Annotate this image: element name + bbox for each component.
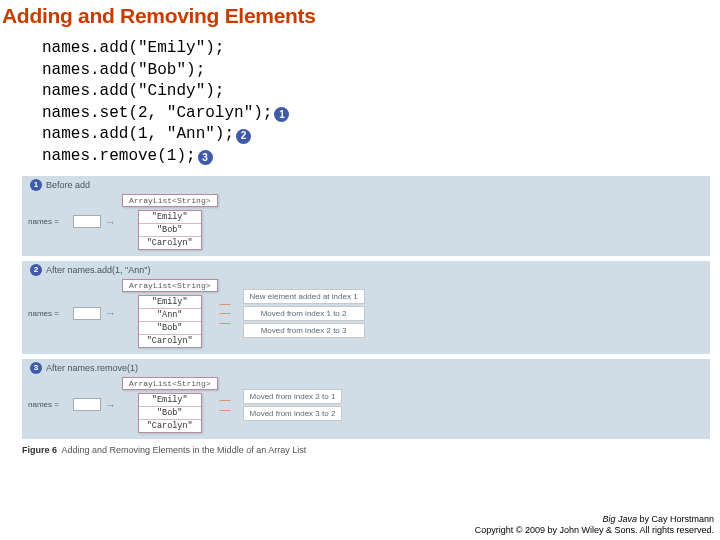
list-item: "Carolyn" <box>139 420 201 432</box>
code-line-1: names.add("Emily"); <box>42 38 720 60</box>
list-item: "Bob" <box>139 407 201 420</box>
note-box: New element added at index 1 <box>243 289 365 304</box>
list-item: "Ann" <box>139 309 201 322</box>
panel-before-add: 1 Before add names = → ArrayList<String>… <box>22 176 710 256</box>
list-item: "Emily" <box>139 211 201 224</box>
book-title: Big Java <box>602 514 637 524</box>
list-

item: "Carolyn" <box>139 237 201 249</box>
panel-label: 2 After names.add(1, "Ann") <box>28 264 704 276</box>
figure-caption: Figure 6 Adding and Removing Elements in… <box>22 445 720 455</box>
footer-credits: Big Java by Cay Horstmann Copyright © 20… <box>475 514 714 537</box>
list-item: "Emily" <box>139 296 201 309</box>
figure-number: Figure 6 <box>22 445 57 455</box>
page-title: Adding and Removing Elements <box>0 0 720 38</box>
figure-area: 1 Before add names = → ArrayList<String>… <box>22 176 710 439</box>
note-box: Moved from index 2 to 3 <box>243 323 365 338</box>
list-item: "Carolyn" <box>139 335 201 347</box>
code-line-4: names.set(2, "Carolyn");1 <box>42 103 720 125</box>
callout-3-icon: 3 <box>198 150 213 165</box>
list-item: "Bob" <box>139 224 201 237</box>
list-cells: "Emily" "Ann" "Bob" "Carolyn" <box>138 295 202 348</box>
note-col: New element added at index 1 Moved from … <box>243 289 365 338</box>
panel-after-add: 2 After names.add(1, "Ann") names = → Ar… <box>22 261 710 354</box>
arrow-icon: → <box>105 399 116 411</box>
callout-1-icon: 1 <box>30 179 42 191</box>
list-item: "Bob" <box>139 322 201 335</box>
panel-label: 1 Before add <box>28 179 704 191</box>
var-name: names = <box>28 400 59 409</box>
arrow-lines-icon: ——— <box>220 300 231 327</box>
callout-1-icon: 1 <box>274 107 289 122</box>
code-line-2: names.add("Bob"); <box>42 60 720 82</box>
panel-label-text: After names.remove(1) <box>46 363 138 373</box>
arrow-lines-icon: —— <box>220 396 231 413</box>
panel-after-remove: 3 After names.remove(1) names = → ArrayL… <box>22 359 710 439</box>
list-cells: "Emily" "Bob" "Carolyn" <box>138 393 202 433</box>
note-col: Moved from index 2 to 1 Moved from index… <box>243 389 343 421</box>
type-box: ArrayList<String> <box>122 279 218 292</box>
arrow-icon: → <box>105 216 116 228</box>
list-item: "Emily" <box>139 394 201 407</box>
code-line-3: names.add("Cindy"); <box>42 81 720 103</box>
copyright: Copyright © 2009 by John Wiley & Sons. A… <box>475 525 714 536</box>
callout-2-icon: 2 <box>236 129 251 144</box>
type-box: ArrayList<String> <box>122 194 218 207</box>
arrow-icon: → <box>105 307 116 319</box>
panel-label-text: Before add <box>46 180 90 190</box>
callout-3-icon: 3 <box>30 362 42 374</box>
type-box: ArrayList<String> <box>122 377 218 390</box>
code-block: names.add("Emily"); names.add("Bob"); na… <box>42 38 720 168</box>
var-box <box>73 398 101 411</box>
panel-label: 3 After names.remove(1) <box>28 362 704 374</box>
var-name: names = <box>28 217 59 226</box>
var-box <box>73 215 101 228</box>
figure-caption-text: Adding and Removing Elements in the Midd… <box>62 445 307 455</box>
author: by Cay Horstmann <box>637 514 714 524</box>
list-cells: "Emily" "Bob" "Carolyn" <box>138 210 202 250</box>
panel-label-text: After names.add(1, "Ann") <box>46 265 150 275</box>
note-box: Moved from index 2 to 1 <box>243 389 343 404</box>
callout-2-icon: 2 <box>30 264 42 276</box>
var-name: names = <box>28 309 59 318</box>
code-line-5: names.add(1, "Ann");2 <box>42 124 720 146</box>
var-box <box>73 307 101 320</box>
note-box: Moved from index 1 to 2 <box>243 306 365 321</box>
note-box: Moved from index 3 to 2 <box>243 406 343 421</box>
code-line-6: names.remove(1);3 <box>42 146 720 168</box>
